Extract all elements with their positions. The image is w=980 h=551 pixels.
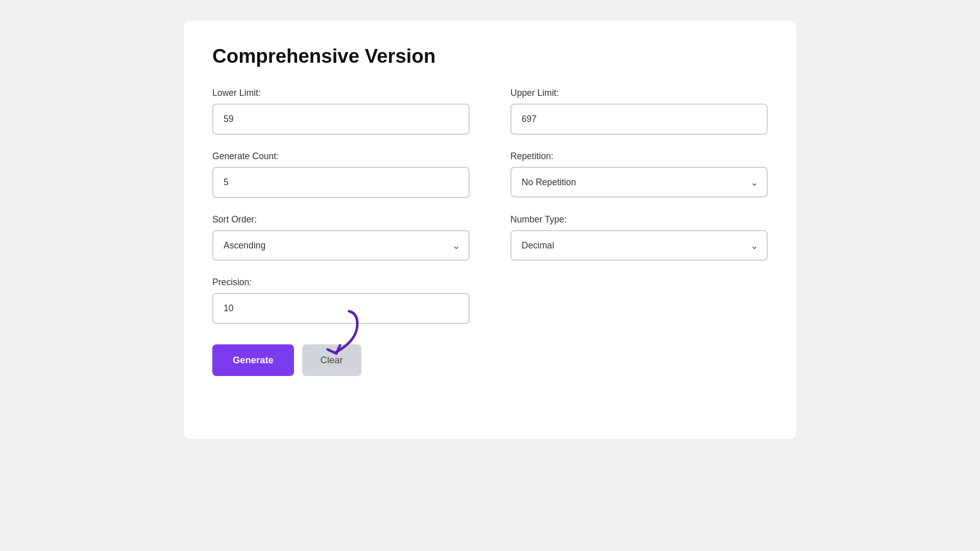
upper-limit-input[interactable]: [510, 104, 768, 135]
page-title: Comprehensive Version: [212, 45, 768, 67]
number-type-group: Number Type: Decimal Integer ⌄: [510, 214, 768, 261]
sort-order-group: Sort Order: Ascending Descending None ⌄: [212, 214, 470, 261]
generate-count-label: Generate Count:: [212, 151, 470, 162]
lower-limit-label: Lower Limit:: [212, 88, 470, 98]
precision-group: Precision:: [212, 277, 470, 324]
clear-button[interactable]: Clear: [302, 344, 361, 376]
lower-limit-input[interactable]: [212, 104, 470, 135]
number-type-select[interactable]: Decimal Integer: [510, 230, 768, 261]
button-group: Generate Clear: [212, 340, 470, 376]
repetition-select-wrapper: No Repetition With Repetition ⌄: [510, 167, 768, 197]
precision-label: Precision:: [212, 277, 470, 288]
main-card: Comprehensive Version Lower Limit: Upper…: [184, 20, 796, 439]
upper-limit-group: Upper Limit:: [510, 88, 768, 135]
generate-button[interactable]: Generate: [212, 344, 294, 376]
repetition-group: Repetition: No Repetition With Repetitio…: [510, 151, 768, 198]
form-grid: Lower Limit: Upper Limit: Generate Count…: [212, 88, 768, 376]
sort-order-select-wrapper: Ascending Descending None ⌄: [212, 230, 470, 261]
number-type-label: Number Type:: [510, 214, 768, 225]
precision-wrapper: [212, 293, 470, 324]
generate-count-input[interactable]: [212, 167, 470, 198]
button-row: Generate Clear: [212, 344, 470, 376]
generate-count-group: Generate Count:: [212, 151, 470, 198]
precision-input[interactable]: [212, 293, 470, 324]
repetition-label: Repetition:: [510, 151, 768, 162]
sort-order-select[interactable]: Ascending Descending None: [212, 230, 470, 261]
sort-order-label: Sort Order:: [212, 214, 470, 225]
upper-limit-label: Upper Limit:: [510, 88, 768, 98]
number-type-select-wrapper: Decimal Integer ⌄: [510, 230, 768, 261]
repetition-select[interactable]: No Repetition With Repetition: [510, 167, 768, 197]
lower-limit-group: Lower Limit:: [212, 88, 470, 135]
